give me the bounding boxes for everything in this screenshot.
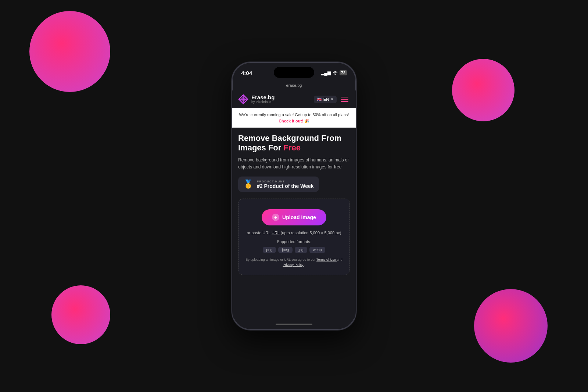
dynamic-island xyxy=(274,67,314,78)
nav-right: 🇬🇧 EN ▼ xyxy=(314,95,350,103)
hamburger-line-2 xyxy=(341,99,348,100)
sale-text: We're currently running a sale! Get up t… xyxy=(239,113,349,117)
home-indicator xyxy=(232,319,356,329)
language-selector[interactable]: 🇬🇧 EN ▼ xyxy=(314,96,337,103)
logo-icon xyxy=(238,94,248,104)
phone-mockup: 4:04 ▂▄▆ 72 erase.bg xyxy=(232,62,356,330)
upload-image-button[interactable]: + Upload Image xyxy=(262,209,326,225)
ph-rank: #2 Product of the Week xyxy=(257,183,314,189)
main-content: Remove Background From Images For Free R… xyxy=(232,128,356,319)
hero-title: Remove Background From Images For Free xyxy=(238,133,350,153)
flag-icon: 🇬🇧 xyxy=(317,97,322,102)
decorative-circle-top-left xyxy=(29,11,110,92)
nav-logo: Erase.bg by PixelBin.io xyxy=(238,94,275,104)
url-hint: or paste URL URL (upto resolution 5,000 … xyxy=(244,231,344,235)
decorative-circle-bottom-left xyxy=(51,285,110,344)
sale-banner: We're currently running a sale! Get up t… xyxy=(232,108,356,128)
nav-bar: Erase.bg by PixelBin.io 🇬🇧 EN ▼ xyxy=(232,90,356,108)
url-underline: URL xyxy=(272,231,280,235)
upload-plus-icon: + xyxy=(272,214,279,221)
hamburger-button[interactable] xyxy=(340,95,350,103)
phone-content: Erase.bg by PixelBin.io 🇬🇧 EN ▼ xyxy=(232,90,356,319)
format-tags: png jpeg jpg webp xyxy=(244,247,344,253)
ph-label: PRODUCT HUNT xyxy=(257,180,314,183)
hamburger-line-3 xyxy=(341,101,348,102)
terms-prefix: By uploading an image or URL you agree t… xyxy=(245,258,316,261)
url-hint-suffix: (upto resolution 5,000 × 5,000 px) xyxy=(281,231,341,235)
supported-formats-label: Supported formats: xyxy=(244,239,344,244)
url-text: erase.bg xyxy=(286,83,302,88)
url-bar: erase.bg xyxy=(232,80,356,90)
party-emoji: 🎉 xyxy=(304,119,309,123)
sale-link-text: Check it out! xyxy=(279,119,303,123)
terms-of-use-link[interactable]: Terms of Use xyxy=(316,258,337,261)
hero-description: Remove background from images of humans,… xyxy=(238,157,350,171)
privacy-policy-link[interactable]: Privacy Policy xyxy=(283,263,304,267)
decorative-circle-bottom-right xyxy=(474,289,548,363)
medal-emoji: 🥇 xyxy=(243,179,253,189)
ph-text-group: PRODUCT HUNT #2 Product of the Week xyxy=(257,180,314,189)
logo-text-group: Erase.bg by PixelBin.io xyxy=(251,95,275,104)
home-bar xyxy=(276,324,312,325)
status-time: 4:04 xyxy=(241,70,252,76)
format-jpeg: jpeg xyxy=(278,247,293,253)
upload-box: + Upload Image or paste URL URL (upto re… xyxy=(238,199,350,275)
terms-text: By uploading an image or URL you agree t… xyxy=(244,257,344,267)
logo-title: Erase.bg xyxy=(251,95,275,101)
url-hint-prefix: or paste URL xyxy=(247,231,270,235)
terms-suffix: . xyxy=(304,263,305,267)
signal-icon: ▂▄▆ xyxy=(321,70,331,75)
logo-subtitle: by PixelBin.io xyxy=(251,100,275,104)
chevron-down-icon: ▼ xyxy=(330,97,334,101)
wifi-icon xyxy=(333,70,338,76)
hero-title-free: Free xyxy=(283,143,300,152)
upload-button-label: Upload Image xyxy=(282,214,316,220)
format-jpg: jpg xyxy=(295,247,307,253)
phone-body: 4:04 ▂▄▆ 72 erase.bg xyxy=(232,62,356,330)
hamburger-line-1 xyxy=(341,97,348,97)
sale-link[interactable]: Check it out! 🎉 xyxy=(279,119,309,123)
lang-code: EN xyxy=(323,97,329,101)
status-icons: ▂▄▆ 72 xyxy=(321,70,347,76)
format-png: png xyxy=(263,247,276,253)
format-webp: webp xyxy=(309,247,326,253)
terms-middle: and xyxy=(337,258,343,261)
product-hunt-badge[interactable]: 🥇 PRODUCT HUNT #2 Product of the Week xyxy=(238,177,319,192)
decorative-circle-top-right xyxy=(452,59,514,121)
battery-icon: 72 xyxy=(340,70,347,75)
